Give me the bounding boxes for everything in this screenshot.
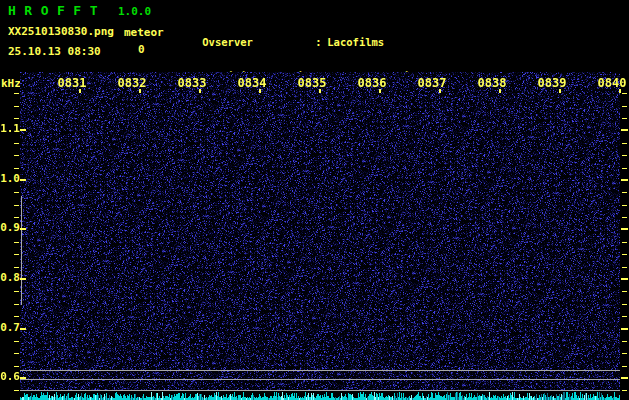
y-axis-tick-label: 1.0 xyxy=(0,173,20,184)
y-axis-minor-tick-right xyxy=(622,316,627,317)
y-axis-minor-tick-right xyxy=(622,291,627,292)
y-axis-minor-tick-right xyxy=(622,304,627,305)
spectrogram-plot xyxy=(20,72,620,400)
y-axis-minor-tick xyxy=(14,353,19,354)
y-axis-tick-mark-right xyxy=(621,328,628,330)
y-axis-tick-label: 0.7 xyxy=(0,322,20,333)
y-axis-tick-mark-right xyxy=(621,179,628,181)
y-axis-minor-tick-right xyxy=(622,192,627,193)
observer-label: Ovserver xyxy=(202,37,315,48)
observer-value: Lacofilms xyxy=(327,36,384,48)
x-axis-tick-mark xyxy=(559,89,561,93)
y-axis-minor-tick xyxy=(14,242,19,243)
x-axis-tick-mark xyxy=(79,89,81,93)
x-axis-tick-label: 0837 xyxy=(417,77,447,89)
y-axis-minor-tick xyxy=(14,267,19,268)
y-axis-minor-tick xyxy=(14,304,19,305)
y-axis-tick-mark-right xyxy=(621,377,628,379)
y-axis-minor-tick-right xyxy=(622,353,627,354)
y-axis-minor-tick xyxy=(14,143,19,144)
y-axis-tick-label: 1.1 xyxy=(0,123,20,134)
info-row-observer: Ovserver:Lacofilms xyxy=(177,26,473,39)
y-axis-minor-tick xyxy=(14,205,19,206)
y-axis-minor-tick-right xyxy=(622,143,627,144)
x-axis-tick-label: 0838 xyxy=(477,77,507,89)
y-axis-tick-mark xyxy=(20,129,26,131)
x-axis-tick-mark xyxy=(259,89,261,93)
y-axis-minor-tick xyxy=(14,155,19,156)
y-axis-minor-tick-right xyxy=(622,93,627,94)
y-axis-minor-tick-right xyxy=(622,168,627,169)
y-axis-minor-tick-right xyxy=(622,254,627,255)
y-axis-minor-tick xyxy=(14,217,19,218)
x-axis-tick-label: 0834 xyxy=(237,77,267,89)
y-axis-minor-tick xyxy=(14,106,19,107)
y-axis-minor-tick xyxy=(14,341,19,342)
y-axis-tick-mark xyxy=(20,179,26,181)
x-axis-tick-mark xyxy=(619,89,621,93)
x-axis-tick-label: 0835 xyxy=(297,77,327,89)
y-axis-minor-tick xyxy=(14,316,19,317)
y-axis-minor-tick xyxy=(14,93,19,94)
y-axis-minor-tick-right xyxy=(622,366,627,367)
y-axis-tick-label: 0.6 xyxy=(0,371,20,382)
x-axis-tick-label: 0833 xyxy=(177,77,207,89)
version-label: 1.0.0 xyxy=(118,6,151,17)
y-axis-minor-tick-right xyxy=(622,118,627,119)
y-axis-tick-mark xyxy=(20,278,26,280)
y-axis-tick-label: 0.9 xyxy=(0,222,20,233)
y-axis-tick-mark-right xyxy=(621,129,628,131)
y-axis-minor-tick-right xyxy=(622,341,627,342)
y-axis-minor-tick xyxy=(14,192,19,193)
y-axis-minor-tick xyxy=(14,390,19,391)
y-axis-minor-tick xyxy=(14,291,19,292)
meteor-counter-label: meteor xyxy=(124,27,164,38)
y-axis-minor-tick-right xyxy=(622,106,627,107)
y-axis-tick-mark-right xyxy=(621,228,628,230)
x-axis-tick-label: 0832 xyxy=(117,77,147,89)
y-axis-tick-label: 0.8 xyxy=(0,272,20,283)
x-axis-tick-label: 0839 xyxy=(537,77,567,89)
x-axis-tick-mark xyxy=(499,89,501,93)
page-title: HROFFT xyxy=(8,4,106,17)
y-axis-tick-mark xyxy=(20,228,26,230)
x-axis-tick-mark xyxy=(199,89,201,93)
x-axis-tick-mark xyxy=(319,89,321,93)
y-axis-minor-tick xyxy=(14,254,19,255)
x-axis-tick-label: 0831 xyxy=(57,77,87,89)
y-axis-minor-tick-right xyxy=(622,217,627,218)
x-axis-tick-label: 0840 xyxy=(597,77,627,89)
y-axis-minor-tick-right xyxy=(622,390,627,391)
y-axis-tick-mark xyxy=(20,377,26,379)
x-axis-tick-mark xyxy=(139,89,141,93)
x-axis-tick-label: 0836 xyxy=(357,77,387,89)
y-axis-minor-tick-right xyxy=(622,242,627,243)
x-axis-tick-mark xyxy=(379,89,381,93)
y-axis-unit-label: kHz xyxy=(1,78,21,89)
y-axis-minor-tick-right xyxy=(622,267,627,268)
y-axis-minor-tick-right xyxy=(622,205,627,206)
output-filename: XX2510130830.png xyxy=(8,26,114,37)
y-axis-minor-tick-right xyxy=(622,155,627,156)
y-axis-minor-tick xyxy=(14,366,19,367)
info-separator: : xyxy=(315,37,327,48)
hrofft-screen: { "app": { "title": "HROFFT", "version":… xyxy=(0,0,629,400)
x-axis-tick-mark xyxy=(439,89,441,93)
y-axis-minor-tick xyxy=(14,118,19,119)
y-axis-tick-mark xyxy=(20,328,26,330)
y-axis-tick-mark-right xyxy=(621,278,628,280)
meteor-counter-value: 0 xyxy=(138,44,145,55)
record-datetime: 25.10.13 08:30 xyxy=(8,46,101,57)
y-axis-minor-tick xyxy=(14,168,19,169)
